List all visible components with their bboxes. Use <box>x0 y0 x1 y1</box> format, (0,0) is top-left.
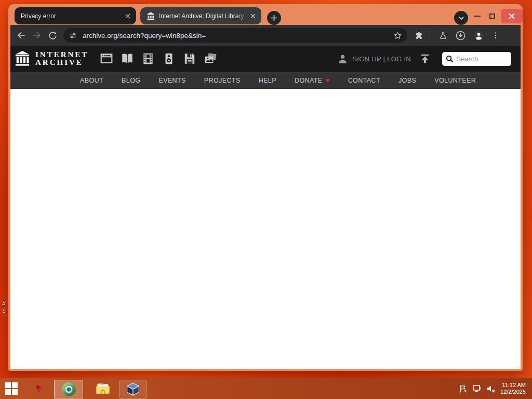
virtualbox-icon <box>126 382 140 396</box>
windows-logo-icon <box>5 382 18 395</box>
tab-close-icon[interactable] <box>124 12 132 20</box>
taskbar-app-chrome-active[interactable] <box>54 380 83 398</box>
site-info-icon[interactable] <box>69 31 77 40</box>
nav-item-help[interactable]: HELP <box>259 77 276 84</box>
tab-title: Privacy error <box>21 12 124 20</box>
page-viewport: INTERNET ARCHIVE <box>10 46 521 369</box>
auth-area: SIGN UP | LOG IN <box>337 54 411 64</box>
browser-window: Privacy error Internet Archive: Digital … <box>8 4 523 371</box>
new-tab-button[interactable] <box>267 11 281 25</box>
extensions-icon[interactable] <box>414 31 423 41</box>
search-icon <box>445 55 454 63</box>
software-icon[interactable] <box>183 52 196 65</box>
internet-archive-logo-icon[interactable] <box>15 50 30 67</box>
site-search-box[interactable] <box>442 52 511 66</box>
action-center-flag-icon[interactable] <box>458 384 468 394</box>
desktop-icon-label[interactable]: S <box>2 300 6 306</box>
volume-muted-icon[interactable] <box>486 383 496 394</box>
images-icon[interactable] <box>204 52 217 65</box>
user-icon <box>337 54 348 64</box>
internet-archive-header: INTERNET ARCHIVE <box>10 46 521 72</box>
network-icon[interactable] <box>472 383 482 394</box>
taskbar-app-virtualbox[interactable] <box>119 380 147 398</box>
media-type-icons <box>100 52 217 65</box>
taskbar-app-file-explorer[interactable] <box>90 378 115 399</box>
clock-date: 12/2/2025 <box>500 389 526 395</box>
tab-privacy-error[interactable]: Privacy error <box>15 7 136 24</box>
labs-flask-icon[interactable] <box>438 31 448 40</box>
chromium-icon <box>62 382 76 396</box>
nav-item-projects[interactable]: PROJECTS <box>204 77 241 84</box>
nav-item-about[interactable]: ABOUT <box>80 77 103 84</box>
tab-close-icon[interactable] <box>249 12 257 20</box>
system-tray <box>458 383 496 394</box>
nav-item-events[interactable]: EVENTS <box>158 77 185 84</box>
desktop: S S Privacy error Internet Archive: Digi… <box>0 0 532 399</box>
nav-item-contact[interactable]: CONTACT <box>348 77 380 84</box>
url-text[interactable]: archive.org/search?query=win8pe&sin= <box>83 32 393 39</box>
tab-search-button[interactable] <box>454 11 468 25</box>
web-icon[interactable] <box>100 52 113 65</box>
texts-icon[interactable] <box>121 52 134 65</box>
maximize-button[interactable] <box>484 9 500 23</box>
desktop-icon-label[interactable]: S <box>2 308 6 314</box>
address-bar[interactable]: archive.org/search?query=win8pe&sin= <box>63 28 407 43</box>
clock-time: 11:12 AM <box>500 382 526 389</box>
upload-icon[interactable] <box>419 53 431 64</box>
nav-item-volunteer[interactable]: VOLUNTEER <box>434 77 476 84</box>
profile-avatar-icon[interactable] <box>473 30 484 41</box>
donate-heart-icon: ♥ <box>326 76 330 84</box>
tab-internet-archive[interactable]: Internet Archive: Digital Library <box>140 7 261 24</box>
video-icon[interactable] <box>141 52 155 65</box>
forward-button[interactable] <box>29 28 45 43</box>
nav-item-jobs[interactable]: JOBS <box>398 77 416 84</box>
minimize-button[interactable] <box>470 9 485 23</box>
page-content-empty <box>10 89 521 369</box>
taskbar: ♥ ♦ 11:12 AM 12/2/2025 <box>0 378 532 399</box>
heart-app-icon-core: ♦ <box>36 383 40 391</box>
audio-icon[interactable] <box>162 52 176 65</box>
start-button[interactable] <box>0 378 23 399</box>
toolbar-separator <box>431 31 431 40</box>
internet-archive-favicon <box>147 12 155 20</box>
signup-login-link[interactable]: SIGN UP | LOG IN <box>352 55 411 63</box>
tab-title: Internet Archive: Digital Library <box>159 12 249 20</box>
internet-archive-navbar: ABOUT BLOG EVENTS PROJECTS HELP DONATE♥ … <box>10 72 521 89</box>
menu-kebab-icon[interactable] <box>491 31 500 39</box>
taskbar-app-heart[interactable]: ♥ ♦ <box>27 378 51 399</box>
search-input[interactable] <box>456 55 508 63</box>
reload-button[interactable] <box>45 28 60 43</box>
downloads-icon[interactable] <box>455 30 466 41</box>
nav-item-donate[interactable]: DONATE♥ <box>295 76 330 84</box>
toolbar-right-icons <box>414 30 500 41</box>
bookmark-star-icon[interactable] <box>393 31 402 40</box>
browser-toolbar: archive.org/search?query=win8pe&sin= <box>10 25 521 46</box>
internet-archive-wordmark[interactable]: INTERNET ARCHIVE <box>35 51 88 66</box>
tab-strip: Privacy error Internet Archive: Digital … <box>10 4 521 25</box>
folder-icon <box>95 381 111 396</box>
taskbar-clock[interactable]: 11:12 AM 12/2/2025 <box>500 382 526 395</box>
back-button[interactable] <box>14 28 29 43</box>
nav-item-blog[interactable]: BLOG <box>122 77 140 84</box>
close-window-button[interactable] <box>501 9 523 23</box>
